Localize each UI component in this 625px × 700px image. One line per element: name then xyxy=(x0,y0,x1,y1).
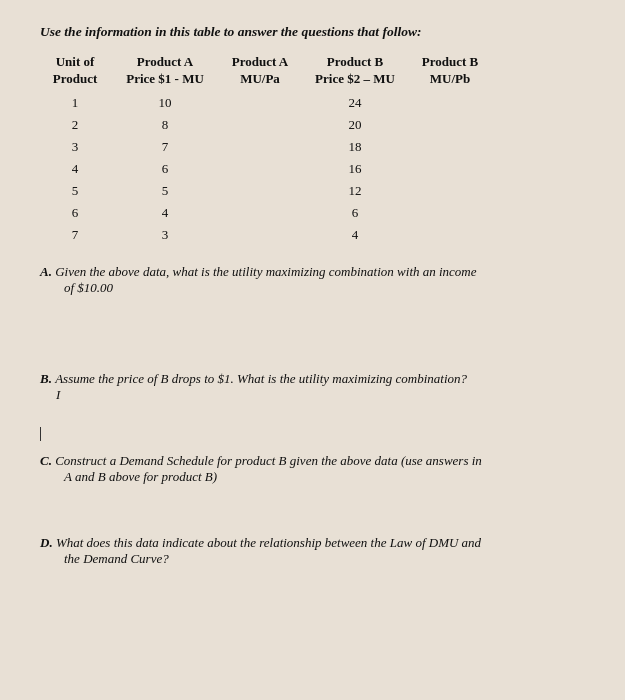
col-data-unit: 1 2 3 4 5 6 7 xyxy=(72,92,79,247)
row-muPa-6 xyxy=(258,202,261,224)
row-muPa-3 xyxy=(258,136,261,158)
row-unit-6: 6 xyxy=(72,202,79,224)
answer-b-area xyxy=(40,423,585,453)
row-priceA-4: 6 xyxy=(159,158,172,180)
row-priceA-6: 4 xyxy=(159,202,172,224)
row-unit-1: 1 xyxy=(72,92,79,114)
question-a-label: A. xyxy=(40,264,52,279)
question-c: C. Construct a Demand Schedule for produ… xyxy=(40,453,585,485)
row-muPa-5 xyxy=(258,180,261,202)
row-priceB-3: 18 xyxy=(349,136,362,158)
col-data-muPb xyxy=(448,92,451,247)
col-unit-of-product: Unit of Product 1 2 3 4 5 6 7 xyxy=(40,54,110,246)
col-header-muPb-line2: MU/Pb xyxy=(430,71,470,88)
row-priceA-3: 7 xyxy=(159,136,172,158)
col-header-unit-line2: Product xyxy=(53,71,98,88)
row-unit-2: 2 xyxy=(72,114,79,136)
questions-section: A. Given the above data, what is the uti… xyxy=(40,264,585,567)
row-muPb-5 xyxy=(448,180,451,202)
col-data-priceA: 10 8 7 6 5 4 3 xyxy=(159,92,172,247)
data-table: Unit of Product 1 2 3 4 5 6 7 Product A … xyxy=(40,54,585,246)
row-priceB-1: 24 xyxy=(349,92,362,114)
col-product-a-price: Product A Price $1 - MU 10 8 7 6 5 4 3 xyxy=(110,54,220,246)
instructions-text: Use the information in this table to ans… xyxy=(40,24,585,40)
question-b-label: B. xyxy=(40,371,52,386)
row-priceB-5: 12 xyxy=(349,180,362,202)
row-priceA-7: 3 xyxy=(159,224,172,246)
question-b: B. Assume the price of B drops to $1. Wh… xyxy=(40,371,585,403)
question-a-text2: of $10.00 xyxy=(40,280,585,296)
col-header-priceB-line1: Product B xyxy=(327,54,383,71)
row-priceB-6: 6 xyxy=(349,202,362,224)
col-header-muPa-line2: MU/Pa xyxy=(240,71,280,88)
row-muPa-1 xyxy=(258,92,261,114)
question-b-cursor-line: I xyxy=(40,387,585,403)
question-a-text: Given the above data, what is the utilit… xyxy=(55,264,476,279)
row-priceA-2: 8 xyxy=(159,114,172,136)
row-muPb-1 xyxy=(448,92,451,114)
col-product-a-mu-pa: Product A MU/Pa xyxy=(220,54,300,246)
row-muPb-7 xyxy=(448,224,451,246)
question-d: D. What does this data indicate about th… xyxy=(40,535,585,567)
table-wrapper: Unit of Product 1 2 3 4 5 6 7 Product A … xyxy=(40,54,585,246)
col-header-priceB-line2: Price $2 – MU xyxy=(315,71,395,88)
question-b-text: Assume the price of B drops to $1. What … xyxy=(55,371,467,386)
answer-c-area xyxy=(40,505,585,535)
question-a: A. Given the above data, what is the uti… xyxy=(40,264,585,296)
question-d-text: What does this data indicate about the r… xyxy=(56,535,481,550)
col-header-priceA-line2: Price $1 - MU xyxy=(126,71,204,88)
col-header-muPa-line1: Product A xyxy=(232,54,288,71)
col-header-priceB: Product B Price $2 – MU xyxy=(315,54,395,88)
page: Use the information in this table to ans… xyxy=(0,0,625,700)
col-product-b-price: Product B Price $2 – MU 24 20 18 16 12 6… xyxy=(300,54,410,246)
col-header-muPb-line1: Product B xyxy=(422,54,478,71)
row-muPb-4 xyxy=(448,158,451,180)
row-unit-5: 5 xyxy=(72,180,79,202)
row-muPb-2 xyxy=(448,114,451,136)
col-header-unit-line1: Unit of xyxy=(56,54,95,71)
row-unit-4: 4 xyxy=(72,158,79,180)
row-muPb-6 xyxy=(448,202,451,224)
col-product-b-mu-pb: Product B MU/Pb xyxy=(410,54,490,246)
col-data-muPa xyxy=(258,92,261,247)
answer-a-area xyxy=(40,316,585,371)
row-unit-7: 7 xyxy=(72,224,79,246)
row-muPb-3 xyxy=(448,136,451,158)
row-priceB-4: 16 xyxy=(349,158,362,180)
text-cursor xyxy=(40,427,41,441)
question-d-label: D. xyxy=(40,535,53,550)
col-header-muPa: Product A MU/Pa xyxy=(232,54,288,88)
col-header-priceA-line1: Product A xyxy=(137,54,193,71)
question-c-text: Construct a Demand Schedule for product … xyxy=(55,453,482,468)
row-unit-3: 3 xyxy=(72,136,79,158)
col-header-muPb: Product B MU/Pb xyxy=(422,54,478,88)
row-muPa-4 xyxy=(258,158,261,180)
col-header-unit: Unit of Product xyxy=(53,54,98,88)
row-priceB-7: 4 xyxy=(349,224,362,246)
row-priceA-1: 10 xyxy=(159,92,172,114)
row-priceA-5: 5 xyxy=(159,180,172,202)
row-muPa-7 xyxy=(258,224,261,246)
row-priceB-2: 20 xyxy=(349,114,362,136)
col-data-priceB: 24 20 18 16 12 6 4 xyxy=(349,92,362,247)
col-header-priceA: Product A Price $1 - MU xyxy=(126,54,204,88)
row-muPa-2 xyxy=(258,114,261,136)
question-c-text2: A and B above for product B) xyxy=(40,469,585,485)
question-c-label: C. xyxy=(40,453,52,468)
question-d-text2: the Demand Curve? xyxy=(40,551,585,567)
